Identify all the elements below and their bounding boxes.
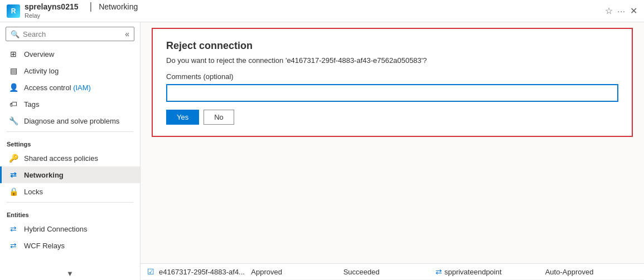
sidebar-item-label: Locks bbox=[24, 188, 43, 196]
divider-settings bbox=[7, 131, 133, 132]
title-bar: R sprelayns0215 | Networking Relay ☆ ···… bbox=[0, 0, 644, 22]
scroll-down-icon[interactable]: ▼ bbox=[0, 267, 140, 280]
sidebar-item-diagnose[interactable]: 🔧 Diagnose and solve problems bbox=[0, 112, 140, 129]
search-input[interactable] bbox=[23, 30, 125, 38]
sidebar: 🔍 « ⊞ Overview ▤ Activity log 👤 Access c… bbox=[0, 22, 141, 280]
search-icon: 🔍 bbox=[11, 30, 20, 38]
dialog-message: Do you want to reject the connection 'e4… bbox=[166, 56, 618, 65]
hybrid-connections-icon: ⇄ bbox=[8, 224, 18, 233]
sidebar-item-shared-access[interactable]: 🔑 Shared access policies bbox=[0, 150, 140, 166]
row-status: Approved bbox=[251, 268, 343, 276]
sidebar-item-label: Networking bbox=[24, 171, 64, 179]
sidebar-item-overview[interactable]: ⊞ Overview bbox=[0, 46, 140, 62]
row-provisioning: Succeeded bbox=[343, 268, 435, 276]
sidebar-item-locks[interactable]: 🔒 Locks bbox=[0, 183, 140, 200]
activity-log-icon: ▤ bbox=[8, 66, 18, 75]
sidebar-item-label: Access control (IAM) bbox=[24, 83, 91, 92]
row-checkbox[interactable]: ☑ bbox=[147, 267, 154, 276]
section-entities-label: Entities bbox=[0, 205, 140, 220]
favorite-icon[interactable]: ☆ bbox=[605, 6, 613, 16]
title-bar-actions: ☆ ··· ✕ bbox=[605, 6, 637, 16]
shared-access-icon: 🔑 bbox=[8, 154, 18, 163]
row-description: Auto-Approved bbox=[545, 268, 637, 276]
sidebar-item-label: WCF Relays bbox=[24, 242, 65, 250]
section-settings-label: Settings bbox=[0, 134, 140, 150]
title-separator: | bbox=[90, 1, 93, 12]
diagnose-icon: 🔧 bbox=[8, 116, 18, 125]
sidebar-item-tags[interactable]: 🏷 Tags bbox=[0, 96, 140, 112]
app-icon: R bbox=[7, 4, 20, 18]
main-layout: 🔍 « ⊞ Overview ▤ Activity log 👤 Access c… bbox=[0, 22, 644, 280]
collapse-icon[interactable]: « bbox=[125, 30, 129, 38]
search-container[interactable]: 🔍 « bbox=[6, 27, 134, 41]
resource-name: sprelayns0215 bbox=[25, 2, 79, 11]
sidebar-item-label: Activity log bbox=[24, 67, 59, 75]
access-control-icon: 👤 bbox=[8, 83, 18, 92]
sidebar-item-wcf-relays[interactable]: ⇄ WCF Relays bbox=[0, 237, 140, 254]
reject-connection-dialog: Reject connection Do you want to reject … bbox=[152, 28, 633, 137]
comments-label: Comments (optional) bbox=[166, 72, 618, 81]
row-endpoint: ⇄ spprivateendpoint bbox=[435, 267, 545, 276]
sidebar-item-hybrid-connections[interactable]: ⇄ Hybrid Connections bbox=[0, 220, 140, 237]
networking-icon: ⇄ bbox=[8, 170, 18, 179]
dialog-title: Reject connection bbox=[166, 40, 618, 52]
table-row[interactable]: ☑ e4167317-295f-4883-af4... Approved Suc… bbox=[141, 264, 644, 280]
sidebar-item-label: Shared access policies bbox=[24, 154, 98, 163]
locks-icon: 🔒 bbox=[8, 187, 18, 196]
page-name: Networking bbox=[99, 2, 138, 11]
yes-button[interactable]: Yes bbox=[166, 110, 199, 125]
wcf-relays-icon: ⇄ bbox=[8, 241, 18, 250]
more-options-icon[interactable]: ··· bbox=[617, 7, 626, 16]
endpoint-icon: ⇄ bbox=[435, 267, 442, 276]
close-icon[interactable]: ✕ bbox=[630, 6, 637, 16]
endpoint-name: spprivateendpoint bbox=[444, 268, 502, 276]
sidebar-item-label: Diagnose and solve problems bbox=[24, 117, 119, 125]
sidebar-item-label: Overview bbox=[24, 50, 54, 58]
comments-input[interactable] bbox=[166, 84, 618, 102]
no-button[interactable]: No bbox=[204, 110, 234, 125]
row-name: e4167317-295f-4883-af4... bbox=[159, 268, 251, 276]
dialog-buttons: Yes No bbox=[166, 110, 618, 125]
overview-icon: ⊞ bbox=[8, 50, 18, 58]
sidebar-item-label: Tags bbox=[24, 100, 39, 109]
table-row-area: ☑ e4167317-295f-4883-af4... Approved Suc… bbox=[141, 263, 644, 280]
tags-icon: 🏷 bbox=[8, 100, 18, 109]
sidebar-item-access-control[interactable]: 👤 Access control (IAM) bbox=[0, 79, 140, 96]
sidebar-item-label: Hybrid Connections bbox=[24, 225, 87, 233]
resource-type: Relay bbox=[25, 12, 138, 21]
divider-entities bbox=[7, 202, 133, 203]
sidebar-item-networking[interactable]: ⇄ Networking bbox=[0, 166, 140, 183]
sidebar-item-activity-log[interactable]: ▤ Activity log bbox=[0, 62, 140, 79]
content-area: Reject connection Do you want to reject … bbox=[141, 22, 644, 280]
